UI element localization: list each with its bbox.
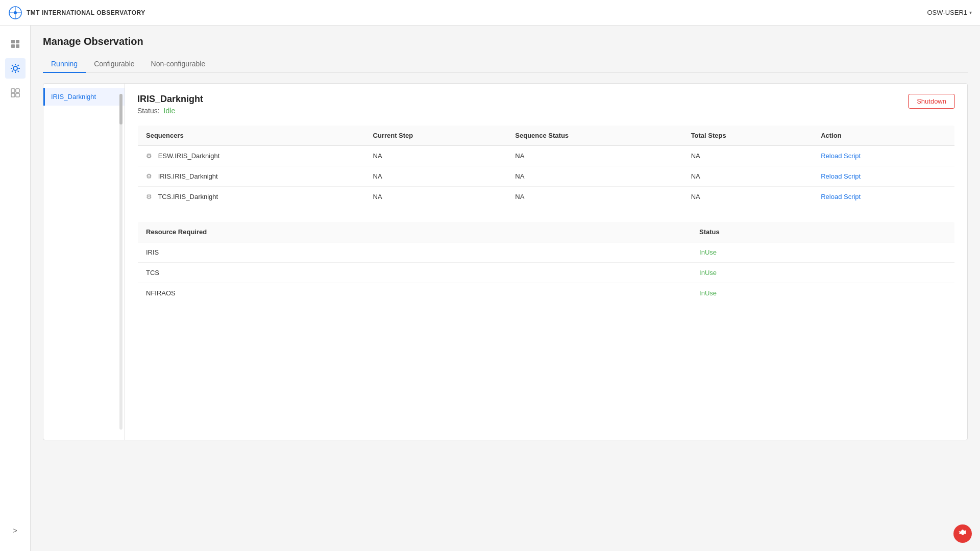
- svg-line-14: [17, 71, 18, 72]
- resource-status-2: InUse: [691, 283, 954, 304]
- table-row: ⚙ TCS.IRIS_Darknight NA NA NA Reload Scr…: [138, 187, 955, 207]
- table-row: ⚙ ESW.IRIS_Darknight NA NA NA Reload Scr…: [138, 146, 955, 166]
- current-step-2: NA: [365, 187, 507, 207]
- col-sequencers: Sequencers: [138, 126, 365, 146]
- sequencer-name-2: ⚙ TCS.IRIS_Darknight: [138, 187, 365, 207]
- svg-rect-18: [16, 89, 19, 92]
- sequence-item-iris-darknight[interactable]: IRIS_Darknight: [43, 88, 125, 106]
- table-row: TCS InUse: [138, 263, 955, 283]
- tab-non-configurable[interactable]: Non-configurable: [143, 56, 214, 73]
- col-total-steps: Total Steps: [683, 126, 813, 146]
- status-label: Status:: [137, 107, 160, 115]
- reload-script-link-2[interactable]: Reload Script: [821, 193, 861, 201]
- tab-running[interactable]: Running: [43, 56, 86, 73]
- col-resource-status: Status: [691, 222, 954, 242]
- logo-area: TMT INTERNATIONAL OBSERVATORY: [8, 6, 145, 20]
- observation-detail: IRIS_Darknight Status: Idle Shutdown Seq…: [125, 84, 967, 440]
- svg-point-3: [14, 11, 17, 14]
- tmt-logo-icon: [8, 6, 22, 20]
- resource-name-0: IRIS: [138, 242, 692, 263]
- shutdown-button[interactable]: Shutdown: [908, 94, 955, 109]
- current-step-1: NA: [365, 166, 507, 187]
- total-steps-2: NA: [683, 187, 813, 207]
- col-resource-required: Resource Required: [138, 222, 692, 242]
- svg-line-16: [17, 65, 18, 66]
- resource-name-2: NFIRAOS: [138, 283, 692, 304]
- sequencer-name-0: ⚙ ESW.IRIS_Darknight: [138, 146, 365, 166]
- sidebar-expand-button[interactable]: >: [5, 520, 26, 541]
- table-row: IRIS InUse: [138, 242, 955, 263]
- sequencer-name-1: ⚙ IRIS.IRIS_Darknight: [138, 166, 365, 187]
- sidebar-item-dashboard[interactable]: [5, 34, 26, 54]
- action-2[interactable]: Reload Script: [813, 187, 954, 207]
- sequence-status-0: NA: [507, 146, 682, 166]
- obs-status-row: Status: Idle: [137, 107, 203, 115]
- obs-header: IRIS_Darknight Status: Idle Shutdown: [137, 94, 955, 115]
- settings-gear-button[interactable]: [953, 524, 972, 543]
- gear-icon: ⚙: [146, 193, 152, 201]
- svg-rect-4: [11, 40, 15, 43]
- user-menu[interactable]: OSW-USER1 ▾: [927, 9, 972, 16]
- reload-script-link-0[interactable]: Reload Script: [821, 152, 861, 160]
- scroll-indicator: [119, 94, 122, 430]
- table-row: ⚙ IRIS.IRIS_Darknight NA NA NA Reload Sc…: [138, 166, 955, 187]
- top-header: TMT INTERNATIONAL OBSERVATORY OSW-USER1 …: [0, 0, 980, 26]
- current-step-0: NA: [365, 146, 507, 166]
- chevron-down-icon: ▾: [969, 10, 972, 15]
- table-row: NFIRAOS InUse: [138, 283, 955, 304]
- main-content: Manage Observation Running Configurable …: [31, 26, 980, 551]
- sequence-status-1: NA: [507, 166, 682, 187]
- obs-title-area: IRIS_Darknight Status: Idle: [137, 94, 203, 115]
- svg-line-15: [12, 71, 13, 72]
- resource-status-0: InUse: [691, 242, 954, 263]
- resource-status-1: InUse: [691, 263, 954, 283]
- total-steps-0: NA: [683, 146, 813, 166]
- col-current-step: Current Step: [365, 126, 507, 146]
- total-steps-1: NA: [683, 166, 813, 187]
- resource-name-1: TCS: [138, 263, 692, 283]
- action-1[interactable]: Reload Script: [813, 166, 954, 187]
- svg-rect-5: [16, 40, 19, 43]
- status-value: Idle: [164, 107, 176, 115]
- svg-rect-20: [16, 93, 19, 97]
- gear-icon: ⚙: [146, 152, 152, 160]
- sidebar: >: [0, 26, 31, 551]
- resources-table: Resource Required Status IRIS InUse TCS: [137, 221, 955, 304]
- col-action: Action: [813, 126, 954, 146]
- svg-rect-19: [11, 93, 15, 97]
- tabs-bar: Running Configurable Non-configurable: [43, 56, 968, 73]
- svg-line-13: [12, 65, 13, 66]
- col-sequence-status: Sequence Status: [507, 126, 682, 146]
- content-layout: IRIS_Darknight IRIS_Darknight Status: Id…: [43, 83, 968, 440]
- logo-text: TMT INTERNATIONAL OBSERVATORY: [27, 9, 145, 16]
- sequencers-table: Sequencers Current Step Sequence Status …: [137, 125, 955, 207]
- sequence-status-2: NA: [507, 187, 682, 207]
- obs-title: IRIS_Darknight: [137, 94, 203, 105]
- reload-script-link-1[interactable]: Reload Script: [821, 172, 861, 180]
- svg-rect-6: [11, 44, 15, 48]
- scroll-thumb: [119, 94, 122, 124]
- svg-rect-7: [16, 44, 19, 48]
- svg-point-8: [13, 66, 17, 70]
- sidebar-item-observation[interactable]: [5, 58, 26, 79]
- gear-icon: ⚙: [146, 172, 152, 180]
- action-0[interactable]: Reload Script: [813, 146, 954, 166]
- sequence-list: IRIS_Darknight: [43, 84, 125, 440]
- tab-configurable[interactable]: Configurable: [86, 56, 142, 73]
- user-name: OSW-USER1: [927, 9, 968, 16]
- sidebar-item-grid[interactable]: [5, 83, 26, 103]
- svg-rect-17: [11, 89, 15, 92]
- page-title: Manage Observation: [43, 36, 968, 47]
